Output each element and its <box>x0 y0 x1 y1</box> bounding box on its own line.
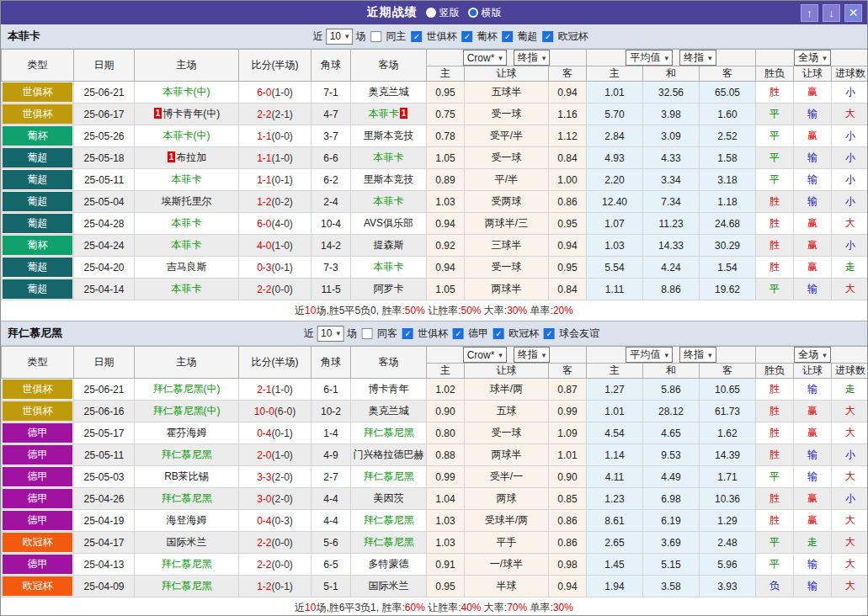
date-cell: 25-04-28 <box>74 213 135 235</box>
result-cell: 胜 <box>756 235 794 257</box>
chevron-down-icon: ▾ <box>498 351 503 359</box>
league-checkbox[interactable]: ✓ <box>493 328 504 339</box>
league-checkbox[interactable]: ✓ <box>503 31 514 42</box>
same-venue-checkbox[interactable] <box>371 31 382 42</box>
fulltime-score: 0-3 <box>257 262 271 273</box>
average-time-select[interactable]: 终指▾ <box>679 347 716 363</box>
average-select[interactable]: 平均值▾ <box>626 347 673 363</box>
league-filter-1[interactable]: ✓葡杯 <box>460 29 498 44</box>
handicap-result-text: 输 <box>807 383 817 395</box>
league-filter-1[interactable]: ✓德甲 <box>450 327 488 341</box>
same-venue-checkbox[interactable] <box>362 328 373 339</box>
away-team-name: 里斯本竞技 <box>364 173 414 185</box>
avg-home-cell: 1.94 <box>587 576 643 597</box>
odds-home-cell: 0.94 <box>427 213 465 235</box>
odds-handicap-cell: 五球 <box>465 401 549 422</box>
average-group-header: 平均值▾终指▾ <box>587 347 756 364</box>
average-time-select[interactable]: 终指▾ <box>679 50 716 66</box>
halftime-score: (0-1) <box>272 427 293 439</box>
same-venue-filter[interactable]: 同主 <box>369 29 407 44</box>
corner-cell: 14-2 <box>312 235 351 257</box>
odds-home-cell: 1.03 <box>427 532 465 554</box>
league-filter-label: 葡超 <box>518 29 538 44</box>
league-filter-2[interactable]: ✓葡超 <box>500 29 538 44</box>
handicap-result-cell: 输 <box>794 147 832 169</box>
league-checkbox[interactable]: ✓ <box>453 328 464 339</box>
avg-draw-cell: 11.23 <box>643 213 700 235</box>
bookmaker-select[interactable]: Crow*▾ <box>463 50 507 66</box>
odds-away-cell: 0.94 <box>549 576 587 597</box>
result-text: 平 <box>769 536 780 548</box>
home-team-cell: 拜仁慕尼黑 <box>135 488 239 510</box>
league-filter-3[interactable]: ✓欧冠杯 <box>541 29 588 44</box>
league-checkbox[interactable]: ✓ <box>412 31 423 42</box>
corner-cell: 4-4 <box>312 488 351 510</box>
away-team-cell: 门兴格拉德巴赫 <box>351 444 427 466</box>
goals-result-text: 大 <box>845 427 855 438</box>
handicap-result-cell: 赢 <box>794 235 832 257</box>
subcolumn-header-result: 胜负 <box>756 66 794 82</box>
league-checkbox[interactable]: ✓ <box>462 31 473 42</box>
league-filter-0[interactable]: ✓世俱杯 <box>409 29 457 44</box>
table-row: 德甲25-05-17霍芬海姆0-4(0-1)1-4拜仁慕尼黑0.80受一球1.0… <box>2 422 868 444</box>
handicap-result-text: 走 <box>807 536 817 548</box>
date-cell: 25-06-21 <box>74 82 135 104</box>
halftime-score: (0-3) <box>272 515 293 527</box>
date-cell: 25-04-26 <box>74 488 135 510</box>
layout-radio-horizontal[interactable]: 横版 <box>468 6 502 20</box>
odds-time-select[interactable]: 终指▾ <box>514 50 551 66</box>
bookmaker-select[interactable]: Crow*▾ <box>463 347 507 363</box>
match-scope-select[interactable]: 全场▾ <box>794 50 831 66</box>
league-cell: 葡超 <box>2 169 74 191</box>
average-group-header: 平均值▾终指▾ <box>587 50 756 66</box>
avg-away-cell: 1.54 <box>700 257 756 279</box>
summary-segment: 10 <box>305 602 316 613</box>
league-cell: 世俱杯 <box>2 82 74 104</box>
away-team-name: 里斯本竞技 <box>364 130 414 141</box>
league-cell: 德甲 <box>2 510 74 532</box>
match-count-select[interactable]: 10▾ <box>326 29 354 45</box>
subcolumn-header-odds-away: 客 <box>549 66 587 82</box>
score-cell: 2-1(1-0) <box>239 379 312 401</box>
goals-result-text: 小 <box>845 86 855 98</box>
league-filter-2[interactable]: ✓欧冠杯 <box>491 327 539 341</box>
goals-result-text: 小 <box>845 151 855 163</box>
same-venue-filter[interactable]: 同客 <box>359 327 397 341</box>
league-checkbox[interactable]: ✓ <box>543 31 554 42</box>
league-filter-0[interactable]: ✓世俱杯 <box>400 327 448 341</box>
chevron-down-icon: ▾ <box>664 351 668 359</box>
league-checkbox[interactable]: ✓ <box>544 328 555 339</box>
avg-home-cell: 1.07 <box>587 213 643 235</box>
average-select[interactable]: 平均值▾ <box>626 50 673 66</box>
league-filter-3[interactable]: ✓球会友谊 <box>541 327 599 341</box>
league-cell: 葡超 <box>2 213 74 235</box>
match-count-select[interactable]: 10▾ <box>317 326 344 342</box>
odds-home-cell: 1.02 <box>427 379 465 401</box>
league-cell: 葡超 <box>2 279 74 300</box>
summary-segment: 近 <box>295 304 305 318</box>
fulltime-score: 1-2 <box>257 581 271 592</box>
move-up-button[interactable]: ↑ <box>801 4 818 22</box>
result-text: 平 <box>769 151 780 163</box>
avg-away-cell: 1.29 <box>700 510 756 532</box>
league-checkbox[interactable]: ✓ <box>402 328 413 339</box>
select-value: Crow* <box>467 349 495 361</box>
avg-away-cell: 1.71 <box>700 466 756 488</box>
chevron-down-icon: ▾ <box>708 54 712 62</box>
layout-radio-vertical[interactable]: 竖版 <box>426 6 460 20</box>
league-cell: 德甲 <box>2 422 74 444</box>
move-down-button[interactable]: ↓ <box>823 4 840 22</box>
away-team-name: 博卡青年 <box>369 383 409 395</box>
table-row: 德甲25-05-11拜仁慕尼黑2-0(1-0)4-9门兴格拉德巴赫0.88两球半… <box>2 444 868 466</box>
away-team-cell: 奥克兰城 <box>351 82 427 104</box>
close-button[interactable]: ✕ <box>844 4 862 22</box>
away-team-name: 提森斯 <box>374 239 404 251</box>
result-text: 平 <box>769 130 780 141</box>
chevron-down-icon: ▾ <box>708 351 712 359</box>
league-badge: 欧冠杯 <box>3 533 72 552</box>
result-cell: 胜 <box>756 444 794 466</box>
subcolumn-header-goals-result: 进球数 <box>832 66 868 82</box>
match-scope-select[interactable]: 全场▾ <box>794 347 831 363</box>
odds-time-select[interactable]: 终指▾ <box>514 347 551 363</box>
home-team-name: 本菲卡(中) <box>163 130 210 141</box>
